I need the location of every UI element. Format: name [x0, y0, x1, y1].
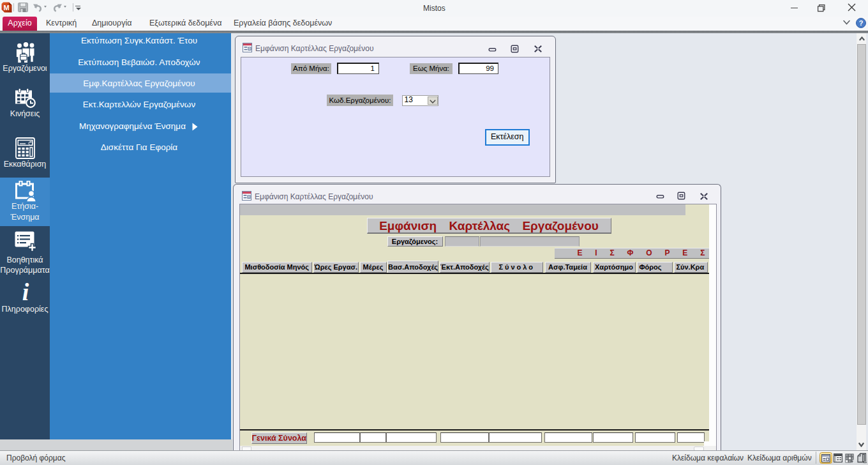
svg-text:?: ?: [859, 19, 864, 27]
svg-text:i: i: [22, 281, 29, 304]
svg-text:M: M: [3, 4, 9, 11]
